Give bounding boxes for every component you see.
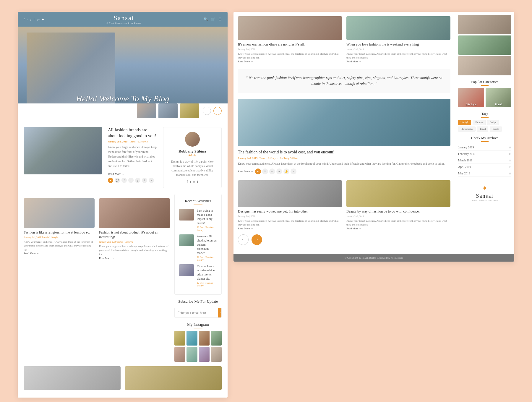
site-header: f t p i g+ ▶ Sansai A Next Generation Bl… <box>18 12 228 27</box>
archive-item-2: February 2019 15 <box>458 151 511 157</box>
hero-title: Hello! Welcome To My Blog <box>18 94 228 103</box>
tag-design[interactable]: Design <box>487 120 499 125</box>
bottom-post-meta-1: January 2nd, 2019 <box>238 215 342 218</box>
instagram-img-7[interactable] <box>199 347 210 362</box>
top-post-read-more-2[interactable]: Read More → <box>346 60 450 63</box>
reaction-like[interactable]: ♥ <box>255 168 261 174</box>
author-fb-icon[interactable]: f <box>187 180 188 183</box>
more-post-img-1 <box>24 366 121 390</box>
tag-travel[interactable]: Travel <box>477 127 489 132</box>
tag-photography[interactable]: Photography <box>458 127 476 132</box>
author-role: Admin <box>168 154 217 157</box>
instagram-img-6[interactable] <box>186 347 197 362</box>
prev-page-button[interactable]: ← <box>238 234 249 245</box>
instagram-img-8[interactable] <box>211 347 222 362</box>
copyright-text: © Copyright 2019. All Rights Reserved by… <box>345 256 403 259</box>
share-more-icon[interactable]: + <box>149 178 154 183</box>
comment-icon[interactable]: 💬 <box>115 178 120 183</box>
subscribe-input[interactable] <box>175 309 218 317</box>
archive-month-2[interactable]: February 2019 <box>458 152 476 155</box>
quote-text: " It's true the punk fashion itself was … <box>244 75 445 87</box>
reaction-heart[interactable]: ♡ <box>262 168 268 174</box>
grid-read-more-1[interactable]: Read More → <box>24 252 95 255</box>
activity-meta-1: 12 Dec Fashion · Beauty <box>197 226 217 231</box>
author-social: f t p i <box>168 180 217 183</box>
reaction-star[interactable]: ★ <box>276 168 282 174</box>
archive-month-3[interactable]: March 2019 <box>458 159 473 162</box>
archive-month-5[interactable]: May 2019 <box>458 172 470 175</box>
pinterest-icon[interactable]: p <box>30 18 32 21</box>
reaction-thumb[interactable]: 👍 <box>283 168 289 174</box>
subscribe-widget: Subscribe Me For Update → <box>174 299 222 318</box>
category-cards: Life Style Travel <box>458 88 511 107</box>
instagram-img-3[interactable] <box>199 331 210 346</box>
thumbnail-1[interactable] <box>137 103 156 118</box>
like-icon[interactable]: ♥ <box>108 178 113 183</box>
googleplus-icon[interactable]: g+ <box>37 18 40 21</box>
subscribe-button[interactable]: → <box>218 308 222 317</box>
activity-item-1: I am trying to make a good impact in my … <box>179 209 217 231</box>
activity-title-1: I am trying to make a good impact in my … <box>197 209 217 225</box>
next-thumb-button[interactable]: → <box>213 107 222 115</box>
reaction-smile[interactable]: ☺ <box>269 168 275 174</box>
archive-month-1[interactable]: January 2019 <box>458 146 474 149</box>
grid-post-img-2 <box>99 198 170 228</box>
archive-item-1: January 2019 21 <box>458 144 511 151</box>
activity-thumb-1 <box>179 209 194 221</box>
footer-logo-tagline: A Next Generation Blog Theme <box>458 199 511 202</box>
share-pin-icon[interactable]: p <box>135 178 140 183</box>
instagram-img-2[interactable] <box>186 331 197 346</box>
footer-logo-icon: ✦ <box>458 184 511 192</box>
search-icon[interactable]: 🔍 <box>204 17 208 22</box>
thumbnail-3[interactable] <box>180 103 199 118</box>
cart-icon[interactable]: 🛒 <box>211 17 215 22</box>
author-pin-icon[interactable]: p <box>193 180 195 183</box>
bottom-post-read-more-1[interactable]: Read More → <box>238 227 342 230</box>
share-tw-icon[interactable]: t <box>128 178 134 183</box>
prev-thumb-button[interactable]: ← <box>203 107 211 115</box>
activity-title-2: Aenean solli citudin, lorem as quiaem bi… <box>197 234 217 255</box>
big-post-cat1: Travel <box>259 157 266 160</box>
tags-title: Tags <box>458 112 511 118</box>
big-post-read-more[interactable]: Read More → <box>238 170 253 173</box>
tag-fashion[interactable]: Fashion <box>473 120 485 125</box>
archive-month-4[interactable]: April 2019 <box>458 165 471 168</box>
archive-section: Check My Archive January 2019 21 Februar… <box>458 136 511 177</box>
category-card-lifestyle[interactable]: Life Style <box>458 88 484 107</box>
top-post-read-more-1[interactable]: Read More → <box>238 60 342 63</box>
grid-post-excerpt-1: Know your target audience. Always keep t… <box>24 240 95 252</box>
reaction-icons: ♥ ♡ ☺ ★ 👍 ↗ <box>255 168 296 174</box>
featured-read-more[interactable]: Read More → <box>108 172 125 176</box>
next-page-button[interactable]: → <box>252 234 262 245</box>
share-ig-icon[interactable]: i <box>142 178 147 183</box>
instagram-img-1[interactable] <box>174 331 185 346</box>
activity-thumb-2 <box>179 234 194 246</box>
author-tw-icon[interactable]: t <box>190 180 191 183</box>
thumbnail-2[interactable] <box>158 103 178 118</box>
hero-overlay: Hello! Welcome To My Blog <box>18 94 228 103</box>
activity-item-3: Citudin, lorem as quiaem bibe adsm morte… <box>179 264 217 287</box>
youtube-icon[interactable]: ▶ <box>42 18 44 21</box>
facebook-icon[interactable]: f <box>24 18 25 21</box>
tag-beauty[interactable]: Beauty <box>490 127 502 132</box>
menu-icon[interactable]: ☰ <box>218 17 222 22</box>
big-post-meta: January 2nd, 2019 Travel Lifestyle Robba… <box>238 157 450 160</box>
subscribe-title: Subscribe Me For Update <box>174 299 222 305</box>
share-fb-icon[interactable]: f <box>121 178 127 183</box>
top-post-excerpt-2: Know your target audience. Always keep t… <box>346 52 450 60</box>
twitter-icon[interactable]: t <box>27 18 28 21</box>
right-wrapper: It's a new era fashion -there are no rul… <box>233 12 514 262</box>
archive-item-3: March 2019 09 <box>458 157 511 164</box>
instagram-img-5[interactable] <box>174 347 185 362</box>
tag-lifestyle[interactable]: Lifestyle <box>458 120 471 125</box>
grid-post-excerpt-2: Know your target audience. Always keep t… <box>99 244 170 257</box>
instagram-img-4[interactable] <box>211 331 222 346</box>
big-post-excerpt: Know your target audience. Always keep t… <box>238 161 450 166</box>
bottom-post-read-more-2[interactable]: Read More → <box>346 227 450 230</box>
grid-read-more-2[interactable]: Read More → <box>99 257 170 260</box>
category-card-travel[interactable]: Travel <box>486 88 512 107</box>
author-ig-icon[interactable]: i <box>197 180 198 183</box>
reaction-share[interactable]: ↗ <box>291 168 296 174</box>
instagram-icon[interactable]: i <box>34 18 35 21</box>
grid-post-title-2: Fashion is not about product; it's about… <box>99 230 170 239</box>
